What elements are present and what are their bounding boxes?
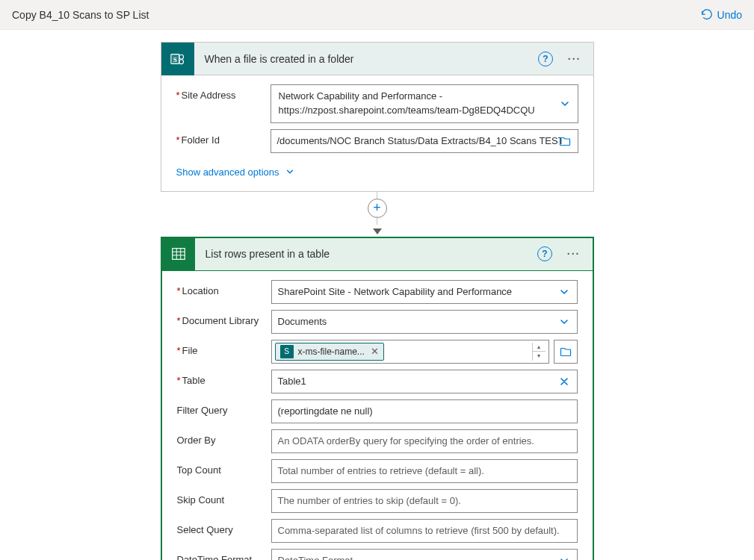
top-bar: Copy B4_10 Scans to SP List Undo (0, 0, 754, 30)
action-card[interactable]: List rows present in a table ? ··· Locat… (161, 237, 594, 560)
clear-icon[interactable] (556, 373, 572, 390)
trigger-card[interactable]: S When a file is created in a folder ? ·… (161, 42, 594, 192)
stepper-down-icon[interactable]: ▾ (533, 352, 546, 361)
site-address-label: Site Address (176, 84, 260, 101)
site-address-value-line1: Network Capability and Performance - (279, 90, 443, 104)
show-advanced-label: Show advanced options (176, 167, 279, 178)
stepper-up-icon[interactable]: ▴ (533, 343, 546, 352)
action-body: Location SharePoint Site - Network Capab… (162, 271, 593, 560)
orderby-input[interactable]: An ODATA orderBy query for specifying th… (271, 429, 578, 453)
trigger-title: When a file is created in a folder (205, 53, 528, 65)
selectq-placeholder: Comma-separated list of columns to retri… (278, 525, 571, 536)
skipcount-label: Skip Count (177, 489, 261, 505)
file-stepper: ▴ ▾ (532, 343, 546, 361)
orderby-label: Order By (177, 429, 261, 446)
doclib-label: Document Library (177, 310, 261, 326)
dynamic-content-token[interactable]: S x-ms-file-name... ✕ (275, 343, 384, 361)
table-input[interactable]: Table1 (271, 370, 578, 393)
location-value: SharePoint Site - Network Capability and… (278, 286, 571, 297)
flow-canvas: S When a file is created in a folder ? ·… (0, 30, 754, 560)
folder-id-input[interactable]: /documents/NOC Branch Status/Data Extrac… (271, 129, 578, 153)
svg-point-3 (179, 55, 183, 59)
token-label: x-ms-file-name... (298, 346, 365, 357)
connector-line (377, 216, 377, 225)
action-title: List rows present in a table (206, 248, 527, 260)
chevron-down-icon[interactable] (556, 553, 572, 560)
topcount-placeholder: Total number of entries to retrieve (def… (278, 465, 571, 476)
location-input[interactable]: SharePoint Site - Network Capability and… (271, 280, 578, 304)
dtformat-placeholder: DateTime Format. (278, 555, 571, 560)
chevron-down-icon[interactable] (556, 284, 572, 300)
filter-query-input[interactable]: (reportingdate ne null) (271, 399, 578, 423)
chevron-down-icon (285, 167, 294, 176)
help-icon[interactable]: ? (538, 52, 553, 66)
help-icon[interactable]: ? (537, 246, 552, 261)
doclib-value: Documents (278, 316, 571, 327)
undo-button[interactable]: Undo (717, 9, 742, 21)
topbar-actions: Undo (699, 8, 742, 22)
topcount-input[interactable]: Total number of entries to retrieve (def… (271, 459, 578, 483)
topcount-label: Top Count (177, 459, 261, 476)
svg-point-4 (179, 59, 183, 63)
sharepoint-icon: S (161, 43, 194, 75)
more-menu-icon[interactable]: ··· (563, 50, 586, 68)
svg-rect-5 (172, 249, 185, 260)
table-label: Table (177, 370, 261, 386)
filter-query-value: (reportingdate ne null) (278, 405, 571, 417)
more-menu-icon[interactable]: ··· (563, 245, 585, 263)
arrow-down-icon (371, 226, 383, 235)
filter-query-label: Filter Query (177, 399, 261, 416)
action-header[interactable]: List rows present in a table ? ··· (162, 238, 593, 271)
skipcount-input[interactable]: The number of entries to skip (default =… (271, 489, 578, 513)
skipcount-placeholder: The number of entries to skip (default =… (278, 495, 571, 506)
doclib-input[interactable]: Documents (271, 310, 578, 334)
orderby-placeholder: An ODATA orderBy query for specifying th… (278, 435, 571, 447)
trigger-body: Site Address Network Capability and Perf… (161, 75, 593, 191)
undo-icon[interactable] (699, 8, 713, 22)
site-address-value-line2: https://nzpost.sharepoint.com/teams/team… (279, 104, 535, 118)
folder-id-label: Folder Id (176, 129, 260, 146)
dtformat-label: DateTime Format (177, 549, 261, 560)
file-input[interactable]: S x-ms-file-name... ✕ ▴ ▾ (271, 340, 549, 364)
folder-id-value: /documents/NOC Branch Status/Data Extrac… (277, 135, 572, 146)
excel-icon (162, 237, 195, 270)
chevron-down-icon[interactable] (556, 314, 572, 330)
folder-picker-icon[interactable] (557, 133, 573, 149)
selectq-label: Select Query (177, 519, 261, 535)
dtformat-input[interactable]: DateTime Format. (271, 549, 578, 560)
trigger-header[interactable]: S When a file is created in a folder ? ·… (161, 43, 593, 75)
file-picker-button[interactable] (554, 340, 578, 364)
file-label: File (177, 340, 261, 356)
sharepoint-icon: S (280, 345, 294, 358)
table-value: Table1 (278, 376, 571, 387)
site-address-input[interactable]: Network Capability and Performance - htt… (271, 84, 578, 123)
flow-title: Copy B4_10 Scans to SP List (12, 9, 149, 21)
show-advanced-link[interactable]: Show advanced options (176, 167, 294, 178)
svg-text:S: S (173, 55, 176, 63)
remove-token-icon[interactable]: ✕ (369, 346, 379, 357)
chevron-down-icon[interactable] (557, 96, 573, 112)
selectq-input[interactable]: Comma-separated list of columns to retri… (271, 519, 578, 543)
location-label: Location (177, 280, 261, 296)
